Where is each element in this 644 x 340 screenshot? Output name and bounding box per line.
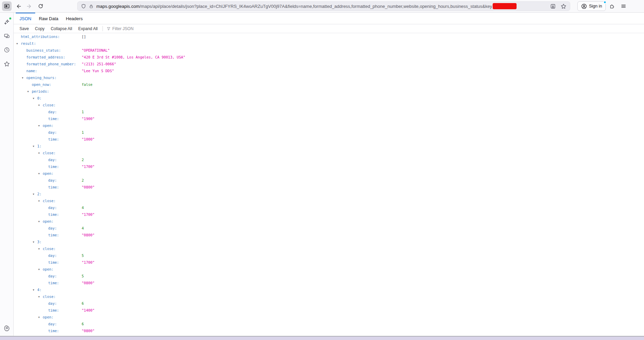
filter-json-input[interactable] [112, 26, 160, 31]
expand-arrow-icon[interactable]: ▼ [33, 287, 37, 293]
devices-icon [4, 33, 10, 39]
lock-icon[interactable] [89, 4, 94, 9]
sparkle-icon [4, 19, 10, 25]
expand-arrow-icon[interactable]: ▼ [38, 218, 43, 225]
json-value: "1000" [82, 136, 95, 143]
json-key: weekday_text: [32, 336, 60, 336]
vertical-sidebar [0, 13, 14, 336]
expand-arrow-icon[interactable]: ▼ [16, 40, 21, 47]
tab-headers[interactable]: Headers [62, 13, 86, 24]
json-row: html_attributions:[] [14, 33, 644, 40]
expand-arrow-icon[interactable]: ▼ [38, 198, 43, 205]
hamburger-menu-icon [621, 3, 626, 9]
expand-arrow-icon[interactable]: ▼ [27, 88, 32, 95]
json-row: ▼open: [14, 122, 644, 129]
forward-arrow-icon [27, 3, 32, 9]
json-key: 3: [37, 240, 42, 244]
json-row: day:5 [14, 252, 644, 259]
tab-raw-data[interactable]: Raw Data [35, 13, 62, 24]
json-key: time: [48, 117, 59, 121]
copy-button[interactable]: Copy [32, 26, 47, 31]
expand-arrow-icon[interactable]: ▼ [38, 102, 43, 109]
sidebar-item-bookmarks[interactable] [2, 60, 11, 68]
bookmark-star-icon[interactable] [561, 3, 566, 9]
json-row: ▼3: [14, 238, 644, 245]
browser-toolbar: maps.googleapis.com/maps/api/place/detai… [0, 0, 644, 13]
sidebar-item-history[interactable] [2, 45, 11, 54]
expand-arrow-icon[interactable]: ▼ [38, 246, 43, 252]
address-bar[interactable]: maps.googleapis.com/maps/api/place/detai… [77, 1, 570, 11]
expand-arrow-icon[interactable]: ▼ [38, 150, 43, 157]
json-tree[interactable]: html_attributions:[]▼result:business_sta… [14, 33, 644, 336]
json-value: "1700" [82, 163, 95, 170]
json-row: time:"1900" [14, 115, 644, 122]
toolbar-divider [102, 26, 103, 31]
reload-button[interactable] [36, 1, 45, 11]
json-key: open: [43, 219, 54, 223]
json-value: 6 [82, 300, 84, 307]
json-row: day:4 [14, 225, 644, 232]
collapse-all-button[interactable]: Collapse All [47, 26, 75, 31]
json-row: time:"0800" [14, 279, 644, 286]
json-row: day:2 [14, 177, 644, 184]
json-row: ▼opening_hours: [14, 74, 644, 81]
sign-in-button[interactable]: Sign in [577, 1, 606, 11]
json-key: opening_hours: [26, 76, 57, 80]
extensions-button[interactable] [607, 1, 617, 11]
json-value: 4 [82, 225, 84, 232]
json-key: formatted_phone_number: [26, 62, 76, 66]
json-key: formatted_address: [26, 55, 65, 59]
json-key: close: [43, 103, 56, 107]
json-row: ▼close: [14, 197, 644, 204]
viewer-tab-bar: JSON Raw Data Headers [14, 13, 644, 24]
json-row: day:1 [14, 129, 644, 136]
json-key: time: [48, 329, 59, 333]
save-to-library-icon[interactable] [550, 3, 556, 9]
json-row: formatted_phone_number:"(213) 251-0066" [14, 61, 644, 67]
expand-arrow-icon[interactable]: ▼ [33, 239, 37, 246]
expand-arrow-icon[interactable]: ▼ [33, 143, 37, 150]
json-key: business_status: [26, 48, 61, 52]
sidebar-item-synced-tabs[interactable] [2, 31, 11, 40]
gear-icon [4, 325, 10, 331]
json-key: open: [43, 171, 54, 175]
forward-button[interactable] [25, 1, 34, 11]
star-icon [4, 61, 10, 67]
json-row: open_now:false [14, 81, 644, 88]
expand-arrow-icon[interactable]: ▼ [38, 170, 43, 177]
expand-all-button[interactable]: Expand All [75, 26, 101, 31]
json-key: open: [43, 315, 54, 319]
json-key: close: [43, 199, 56, 203]
main-area: JSON Raw Data Headers Save Copy Collapse… [0, 13, 644, 336]
back-button[interactable] [13, 1, 23, 11]
tracking-shield-icon[interactable] [81, 4, 86, 9]
sidebar-settings-button[interactable] [2, 324, 11, 332]
json-value: "(213) 251-0066" [82, 61, 116, 67]
json-row: time:"0800" [14, 232, 644, 238]
filter-container [105, 26, 160, 31]
json-row: ▼1: [14, 143, 644, 149]
json-row: ▼open: [14, 170, 644, 177]
json-key: open: [43, 123, 54, 128]
expand-arrow-icon[interactable]: ▼ [22, 75, 26, 81]
clock-icon [4, 47, 10, 53]
json-value: "0800" [82, 184, 95, 191]
expand-arrow-icon[interactable]: ▼ [38, 314, 43, 321]
sidebar-item-ai-chat[interactable] [2, 17, 11, 26]
save-button[interactable]: Save [16, 26, 32, 31]
json-row: ▼close: [14, 245, 644, 252]
expand-arrow-icon[interactable]: ▼ [33, 95, 37, 102]
json-value: "OPERATIONAL" [82, 47, 110, 54]
menu-button[interactable] [619, 1, 628, 11]
expand-arrow-icon[interactable]: ▼ [38, 293, 43, 300]
json-key: periods: [32, 89, 49, 93]
expand-arrow-icon[interactable]: ▼ [33, 191, 37, 198]
filter-funnel-icon [107, 27, 111, 31]
tab-json[interactable]: JSON [16, 13, 35, 24]
expand-arrow-icon[interactable]: ▼ [38, 266, 43, 273]
expand-arrow-icon[interactable]: ▼ [38, 122, 43, 129]
json-row: time:"1700" [14, 211, 644, 218]
expand-arrow-icon[interactable]: ▼ [27, 335, 32, 336]
sidebar-toggle-button[interactable] [2, 1, 12, 11]
json-value: "420 E 3rd St #1008, Los Angeles, CA 900… [82, 54, 185, 61]
